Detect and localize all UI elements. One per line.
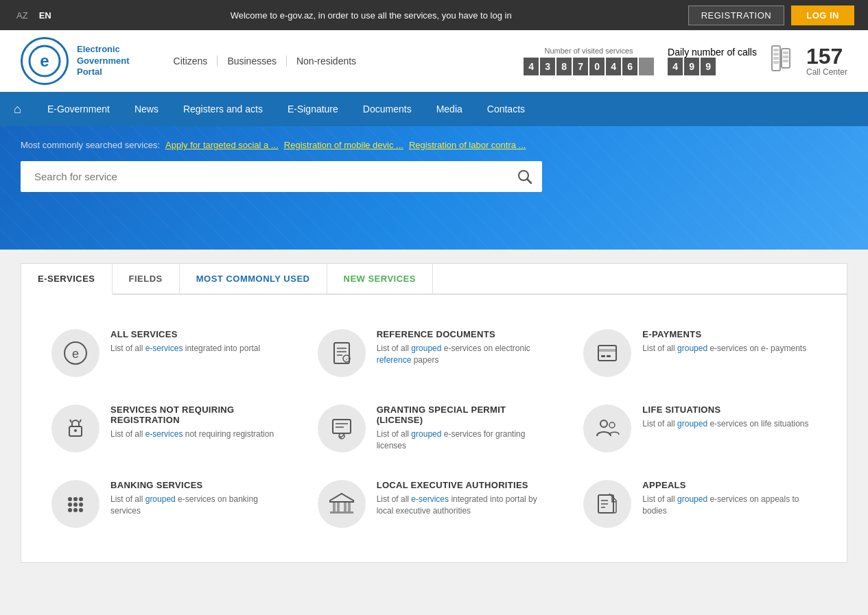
svg-line-28 [80, 420, 81, 422]
nav-citizens[interactable]: Citizens [164, 56, 218, 67]
service-local-exec[interactable]: LOCAL EXECUTIVE AUTHORITIES List of all … [301, 466, 567, 542]
svg-rect-45 [333, 502, 336, 511]
lang-az-button[interactable]: AZ [14, 9, 31, 22]
service-life-situations[interactable]: LIFE SITUATIONS List of all grouped e-se… [567, 391, 833, 466]
call-number-area: 157 Call Center [806, 45, 847, 77]
svg-point-41 [68, 508, 72, 512]
appeals-icon [583, 480, 631, 528]
svg-rect-29 [333, 420, 351, 433]
svg-rect-22 [598, 349, 616, 352]
welcome-message: Welcome to e-gov.az, in order to use all… [231, 10, 512, 21]
tab-new-services[interactable]: NEW SERVICES [327, 264, 433, 293]
epayments-icon [583, 329, 631, 377]
svg-rect-23 [601, 355, 605, 357]
svg-rect-46 [337, 502, 340, 511]
special-permit-text: GRANTING SPECIAL PERMIT (LICENSE) List o… [377, 405, 551, 452]
svg-text:e: e [72, 347, 79, 361]
lang-en-button[interactable]: EN [36, 9, 54, 22]
svg-point-26 [74, 429, 77, 432]
services-section: E-SERVICES FIELDS MOST COMMONLY USED NEW… [0, 250, 868, 590]
nav-contacts[interactable]: Contacts [475, 92, 537, 126]
digit-0: 4 [524, 58, 539, 75]
call-stats: Daily number of calls 4 9 9 [668, 47, 757, 75]
special-permit-icon [318, 405, 366, 453]
svg-rect-48 [348, 502, 351, 511]
service-reference-docs[interactable]: ✓ REFERENCE DOCUMENTS List of all groupe… [301, 315, 567, 391]
cs-link-1[interactable]: Apply for targeted social a ... [165, 140, 279, 150]
life-situations-text: LIFE SITUATIONS List of all grouped e-se… [642, 405, 808, 430]
svg-point-34 [609, 422, 615, 428]
cs-link-2[interactable]: Registration of mobile devic ... [284, 140, 403, 150]
registration-button[interactable]: REGISTRATION [688, 5, 785, 25]
svg-point-38 [68, 503, 72, 507]
svg-text:✓: ✓ [344, 357, 348, 361]
nav-businesses[interactable]: Businesses [218, 56, 287, 67]
call-digit-2: 9 [701, 58, 716, 75]
main-nav: ⌂ E-Government News Registers and acts E… [0, 92, 868, 126]
reference-docs-icon: ✓ [318, 329, 366, 377]
digit-6: 6 [622, 58, 637, 75]
visit-stats: Number of visited services 4 3 8 7 0 4 6 [524, 47, 654, 75]
svg-rect-7 [773, 61, 779, 64]
lang-switcher: AZ EN [14, 9, 54, 22]
svg-point-40 [79, 503, 83, 507]
svg-rect-47 [344, 502, 347, 511]
nav-registers[interactable]: Registers and acts [171, 92, 275, 126]
login-button[interactable]: LOG IN [791, 5, 854, 25]
service-special-permit[interactable]: GRANTING SPECIAL PERMIT (LICENSE) List o… [301, 391, 567, 466]
digit-3: 7 [573, 58, 588, 75]
svg-rect-10 [783, 60, 788, 62]
service-banking[interactable]: BANKING SERVICES List of all grouped e-s… [35, 466, 301, 542]
service-no-registration[interactable]: SERVICES NOT REQUIRING REGISTRATION List… [35, 391, 301, 466]
appeals-text: APPEALS List of all grouped e-services o… [642, 480, 817, 517]
call-center: 157 Call Center [771, 43, 847, 80]
nav-esignature[interactable]: E-Signature [275, 92, 351, 126]
search-button[interactable] [508, 161, 542, 192]
nav-media[interactable]: Media [424, 92, 475, 126]
header-stats: Number of visited services 4 3 8 7 0 4 6… [524, 43, 847, 80]
call-digit-0: 4 [668, 58, 683, 75]
svg-point-35 [68, 497, 72, 501]
digit-4: 0 [589, 58, 605, 75]
services-container: E-SERVICES FIELDS MOST COMMONLY USED NEW… [21, 263, 847, 563]
svg-rect-24 [607, 355, 611, 357]
nav-egovernment[interactable]: E-Government [35, 92, 122, 126]
logo-area[interactable]: e Electronic Government Portal [21, 37, 130, 85]
tab-eservices[interactable]: E-SERVICES [21, 264, 113, 295]
svg-point-42 [73, 508, 78, 512]
svg-rect-5 [773, 53, 779, 56]
all-services-icon: e [51, 329, 99, 377]
local-exec-icon [318, 480, 366, 528]
search-bar [21, 161, 542, 192]
no-registration-icon [51, 405, 99, 453]
tab-most-commonly-used[interactable]: MOST COMMONLY USED [180, 264, 327, 293]
svg-point-39 [73, 503, 78, 507]
nav-nonresidents[interactable]: Non-residents [287, 56, 366, 67]
search-input[interactable] [21, 161, 542, 192]
tabs-row: E-SERVICES FIELDS MOST COMMONLY USED NEW… [21, 264, 847, 295]
logo-text: Electronic Government Portal [77, 44, 130, 79]
local-exec-text: LOCAL EXECUTIVE AUTHORITIES List of all … [377, 480, 551, 517]
nav-news[interactable]: News [122, 92, 171, 126]
header: e Electronic Government Portal Citizens … [0, 30, 868, 92]
svg-rect-8 [783, 51, 788, 54]
svg-rect-4 [773, 49, 779, 51]
nav-documents[interactable]: Documents [351, 92, 424, 126]
home-nav-icon[interactable]: ⌂ [14, 102, 21, 117]
digit-extra [639, 58, 654, 75]
tab-fields[interactable]: FIELDS [113, 264, 180, 293]
service-epayments[interactable]: E-PAYMENTS List of all grouped e-service… [567, 315, 833, 391]
svg-rect-49 [330, 511, 353, 514]
svg-point-36 [73, 497, 78, 501]
hero-banner: Most commonly searched services: Apply f… [0, 126, 868, 250]
call-digit-1: 9 [684, 58, 699, 75]
banking-icon [51, 480, 99, 528]
svg-rect-21 [598, 346, 616, 361]
cs-link-3[interactable]: Registration of labor contra ... [409, 140, 526, 150]
service-all-services[interactable]: e ALL SERVICES List of all e-services in… [35, 315, 301, 391]
digit-2: 8 [556, 58, 572, 75]
svg-point-43 [79, 508, 83, 512]
life-situations-icon [583, 405, 631, 453]
service-appeals[interactable]: APPEALS List of all grouped e-services o… [567, 466, 833, 542]
svg-line-12 [527, 179, 531, 183]
